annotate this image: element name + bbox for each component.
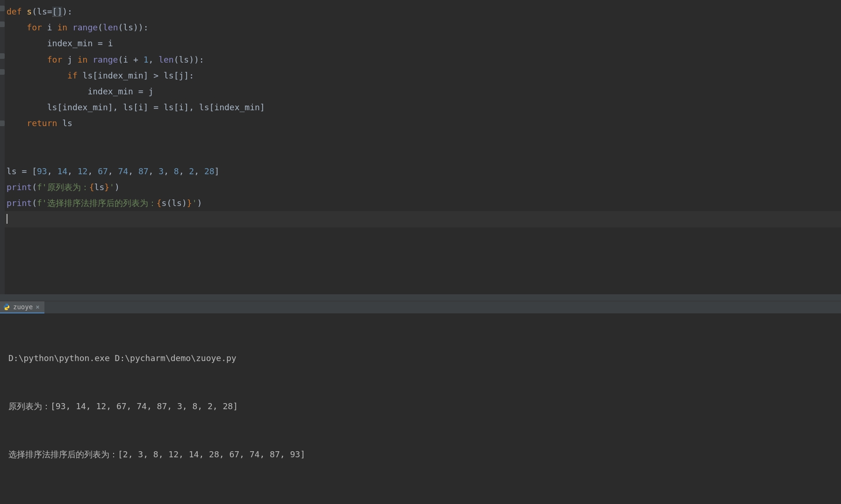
code-line-8[interactable]: return ls bbox=[7, 115, 836, 131]
code-line-11[interactable]: ls = [93, 14, 12, 67, 74, 87, 3, 8, 2, 2… bbox=[7, 163, 836, 179]
code-line-2[interactable]: for i in range(len(ls)): bbox=[7, 20, 836, 35]
code-line-4[interactable]: for j in range(i + 1, len(ls)): bbox=[7, 52, 836, 68]
code-line-7[interactable]: ls[index_min], ls[i] = ls[i], ls[index_m… bbox=[7, 99, 836, 115]
code-line-5[interactable]: if ls[index_min] > ls[j]: bbox=[7, 68, 836, 84]
run-tab-label: zuoye bbox=[13, 301, 33, 313]
code-line-3[interactable]: index_min = i bbox=[7, 35, 836, 51]
console-command: D:\python\python.exe D:\pycharm\demo\zuo… bbox=[8, 350, 833, 366]
caret-line[interactable] bbox=[2, 211, 841, 227]
run-console[interactable]: D:\python\python.exe D:\pycharm\demo\zuo… bbox=[0, 314, 841, 504]
code-line-13[interactable]: print(f'选择排序法排序后的列表为：{s(ls)}') bbox=[7, 195, 836, 211]
run-tab-bar: zuoye × bbox=[0, 301, 841, 314]
panel-divider[interactable] bbox=[0, 294, 841, 301]
close-icon[interactable]: × bbox=[36, 301, 39, 313]
text-caret bbox=[7, 214, 7, 224]
console-output-1: 原列表为：[93, 14, 12, 67, 74, 87, 3, 8, 2, 2… bbox=[8, 398, 833, 414]
code-line-10[interactable] bbox=[7, 148, 836, 163]
console-output-2: 选择排序法排序后的列表为：[2, 3, 8, 12, 14, 28, 67, 7… bbox=[8, 447, 833, 462]
run-tab-zuoye[interactable]: zuoye × bbox=[0, 301, 44, 313]
code-line-12[interactable]: print(f'原列表为：{ls}') bbox=[7, 179, 836, 195]
code-line-9[interactable] bbox=[7, 132, 836, 148]
code-editor[interactable]: def s(ls=[]): for i in range(len(ls)): i… bbox=[0, 0, 841, 294]
code-line-6[interactable]: index_min = j bbox=[7, 84, 836, 99]
code-line-1[interactable]: def s(ls=[]): bbox=[7, 4, 836, 20]
console-blank bbox=[8, 494, 833, 504]
python-icon bbox=[3, 303, 10, 311]
editor-gutter bbox=[0, 0, 5, 294]
